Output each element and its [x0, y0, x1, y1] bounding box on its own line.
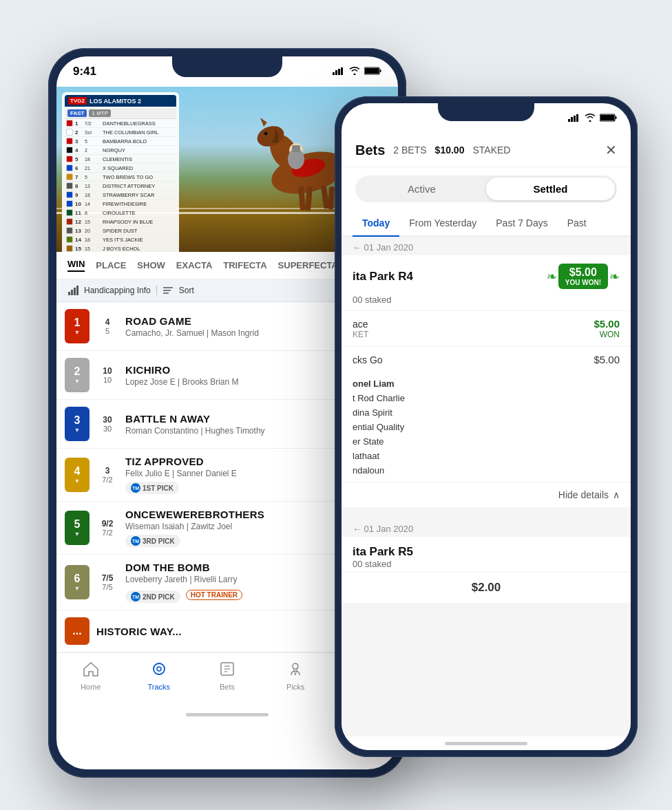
bet-race-title-2: ita Park R5 [353, 545, 413, 559]
handi-divider [156, 286, 157, 295]
runner-odds-6: 7/5 7/5 [96, 573, 118, 591]
race-runner-row: 13 20 SPIDER DUST [65, 226, 176, 235]
multi-type: cks Go [353, 354, 594, 365]
signal-icon [333, 67, 345, 77]
svg-rect-15 [328, 186, 335, 209]
won-badge-container: ❧ $5.00 YOU WON! ❧ [547, 264, 620, 289]
bet-type-exacta[interactable]: EXACTA [176, 260, 212, 270]
morning-odds: 30 [96, 415, 118, 425]
runner-odds-2: 10 10 [96, 366, 118, 384]
race-card-overlay: TVG2 LOS ALAMITOS 2 FAST 1 MTP 1 7/2 DAN… [62, 92, 179, 252]
svg-rect-0 [333, 72, 335, 75]
nav-tracks-label: Tracks [148, 683, 171, 691]
runner-color [66, 147, 73, 153]
bet-type-superfecta[interactable]: SUPERFECTA [278, 260, 338, 270]
bet-type-show[interactable]: SHOW [137, 260, 165, 270]
runner-odds-1: 4 5 [96, 317, 118, 335]
race-runner-row: 3 5 BAMBARRA BOLD [65, 137, 176, 146]
runner-name: ROAD GAME [125, 315, 362, 327]
runner-number: 6 [74, 573, 81, 585]
bets-icon [220, 661, 235, 681]
runner-odds: 5 [85, 139, 103, 144]
bet-result: $5.00 WON [594, 318, 620, 339]
bets-toggle[interactable]: Active Settled [355, 175, 617, 202]
bet-type-label: ace [353, 319, 594, 330]
runner-odds: 8 [85, 211, 103, 215]
runner-odds: 13 [85, 184, 103, 189]
runner-color [66, 182, 73, 189]
bet-row-label: ace KET [353, 319, 594, 339]
toggle-settled[interactable]: Settled [486, 178, 615, 200]
sort-icon [162, 285, 174, 296]
current-odds: 7/2 [96, 529, 118, 537]
bet-type-trifecta[interactable]: TRIFECTA [223, 260, 266, 270]
race-runner-row: 9 18 STRAWBERRY SCAR [65, 191, 176, 200]
runner-num-5: 5 ▼ [65, 511, 90, 545]
runner-name: BATTLE N AWAY [125, 413, 362, 425]
runner-number: 5 [74, 518, 81, 531]
tm-icon: TM [131, 592, 140, 601]
nav-bets[interactable]: Bets [193, 661, 261, 691]
runner-color [66, 227, 73, 234]
tab-7days[interactable]: Past 7 Days [486, 211, 557, 235]
chart-icon [67, 285, 78, 296]
runner-odds: 15 [85, 246, 103, 251]
svg-rect-1 [335, 70, 337, 75]
race-location: LOS ALAMITOS 2 [90, 98, 141, 105]
bets-title: Bets [355, 142, 385, 158]
runner-odds: 20 [85, 228, 103, 233]
tab-today[interactable]: Today [353, 211, 399, 237]
runner-card-name: THE COLUMBIAN GIRL [103, 129, 175, 136]
nav-picks[interactable]: Picks [262, 661, 330, 691]
runner-info-3: BATTLE N AWAY Roman Constantino | Hughes… [125, 413, 362, 436]
tab-yesterday[interactable]: From Yesterday [399, 211, 486, 235]
runner-num-4: 4 ▼ [65, 458, 90, 492]
runner-num: 7 [75, 174, 85, 180]
multi-bet-label: cks Go [353, 354, 594, 365]
bet-card-2-header: ita Park R5 00 staked [342, 537, 631, 572]
race-runner-row: 15 15 J BOYS ECHOL [65, 244, 176, 252]
hide-details-button[interactable]: Hide details ∧ [342, 482, 631, 507]
bet-type-win[interactable]: WIN [67, 259, 85, 272]
bets-count: 2 BETS [393, 145, 426, 156]
handi-left[interactable]: Handicapping Info Sort [67, 285, 194, 296]
runner-num: 9 [75, 192, 85, 198]
runner-odds: 18 [85, 193, 103, 198]
bet-card-1-header: ita Park R4 ❧ $5.00 YOU WON! ❧ [342, 255, 631, 295]
race-runner-row: 14 18 YES IT'S JACKIE [65, 235, 176, 244]
handi-label: Handicapping Info [84, 286, 151, 295]
nav-tracks[interactable]: Tracks [125, 661, 193, 691]
nav-home[interactable]: Home [56, 661, 125, 691]
runner-card-name: TWO BREWS TO GO [103, 174, 175, 180]
runner-card-name: CLEMENTIS [103, 156, 175, 162]
won-label: YOU WON! [565, 279, 601, 286]
toggle-active[interactable]: Active [357, 178, 486, 200]
svg-rect-6 [380, 70, 381, 72]
runner-name-er: er State [353, 434, 620, 449]
bet-card-1: ita Park R4 ❧ $5.00 YOU WON! ❧ 00 staked [342, 255, 631, 507]
runner-card-name: J BOYS ECHOL [103, 246, 175, 252]
runner-num: 12 [75, 219, 85, 225]
bets-staked-label: STAKED [472, 145, 510, 156]
tm-icon: TM [131, 536, 140, 546]
scene: 9:41 [14, 14, 658, 810]
notch-1 [172, 56, 282, 77]
runner-odds: 18 [85, 157, 103, 162]
down-arrow: ▼ [74, 585, 81, 592]
tab-past[interactable]: Past [558, 211, 596, 235]
svg-rect-39 [574, 116, 576, 122]
runner-num-1: 1 ▼ [65, 309, 90, 343]
runner-card-name: DANTHEBLUEGRASS [103, 120, 175, 127]
svg-rect-40 [576, 114, 578, 122]
home-indicator-2 [342, 736, 631, 750]
runner-name: ONCEWEWEREBROTHERS [125, 509, 362, 520]
date-section-2: ← 01 Jan 2020 [342, 518, 631, 537]
close-button[interactable]: ✕ [605, 142, 617, 158]
bet-type-place[interactable]: PLACE [96, 260, 126, 270]
won-amount: $5.00 [569, 266, 597, 279]
runner-num: 6 [75, 165, 85, 171]
won-badge: $5.00 YOU WON! [558, 264, 608, 289]
runner-info-1: ROAD GAME Camacho, Jr. Samuel | Mason In… [125, 315, 362, 338]
down-arrow: ▼ [74, 531, 81, 537]
date-tabs[interactable]: Today From Yesterday Past 7 Days Past [342, 211, 631, 237]
